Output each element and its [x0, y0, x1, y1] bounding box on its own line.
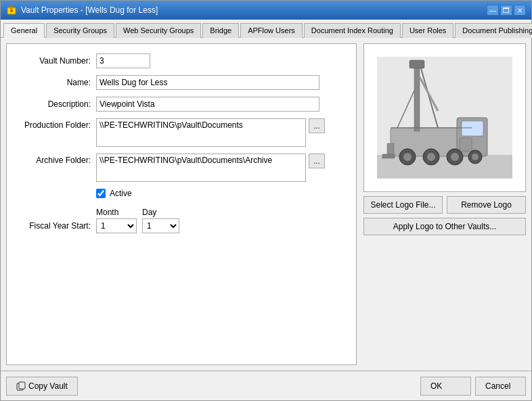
fiscal-year-container: Fiscal Year Start: Month 123456789101112… [16, 208, 347, 233]
title-bar: Vault Properties - [Wells Dug for Less] … [1, 1, 531, 20]
svg-point-10 [403, 153, 412, 161]
description-input[interactable] [96, 97, 319, 112]
tab-document-index-routing[interactable]: Document Index Routing [304, 23, 401, 38]
logo-buttons: Select Logo File... Remove Logo [363, 196, 526, 214]
tab-web-security-groups[interactable]: Web Security Groups [116, 23, 201, 38]
vault-number-label: Vault Number: [16, 56, 91, 66]
apply-logo-button[interactable]: Apply Logo to Other Vaults... [363, 218, 526, 235]
vault-title-icon [6, 5, 17, 16]
cancel-button[interactable]: Cancel [475, 377, 526, 396]
vault-number-row: Vault Number: [16, 53, 347, 68]
svg-rect-17 [414, 64, 420, 131]
active-checkbox[interactable] [96, 189, 106, 198]
archive-folder-row: Archive Folder: ... [16, 154, 347, 182]
svg-rect-24 [382, 154, 395, 158]
production-folder-right: ... [96, 118, 325, 147]
vault-number-input[interactable] [96, 53, 150, 68]
month-label: Month [96, 208, 137, 217]
title-bar-buttons: — 🗖 ✕ [487, 5, 526, 16]
month-select[interactable]: 123456789101112 [96, 218, 137, 233]
remove-logo-button[interactable]: Remove Logo [447, 196, 526, 214]
title-bar-text: Vault Properties - [Wells Dug for Less] [21, 5, 487, 15]
tab-document-publishing[interactable]: Document Publishing [455, 23, 532, 38]
archive-folder-label: Archive Folder: [16, 154, 91, 165]
fiscal-year-label: Fiscal Year Start: [16, 208, 91, 231]
day-label: Day [142, 208, 179, 217]
fiscal-year-selects: Month 123456789101112 Day 12345678910111… [96, 208, 179, 233]
name-input[interactable] [96, 75, 319, 90]
production-folder-row: Production Folder: ... [16, 118, 347, 147]
ok-button[interactable]: OK [420, 377, 471, 396]
tab-bridge[interactable]: Bridge [202, 23, 239, 38]
active-row: Active [96, 189, 347, 198]
archive-folder-browse[interactable]: ... [309, 154, 325, 168]
bottom-bar: Copy Vault OK Cancel [1, 371, 531, 400]
svg-point-12 [427, 153, 435, 161]
tab-apflow-users[interactable]: APFlow Users [240, 23, 303, 38]
content-area: Vault Number: Name: Description: Product… [1, 38, 531, 371]
vault-properties-window: Vault Properties - [Wells Dug for Less] … [0, 0, 532, 401]
logo-section: Select Logo File... Remove Logo Apply Lo… [363, 43, 526, 365]
svg-rect-26 [19, 382, 25, 389]
restore-button[interactable]: 🗖 [500, 5, 512, 16]
logo-box [363, 43, 526, 192]
svg-point-2 [10, 9, 13, 12]
tab-general[interactable]: General [3, 23, 45, 38]
name-label: Name: [16, 78, 91, 87]
day-group: Day 123456789101112131415161718192021222… [142, 208, 179, 233]
svg-rect-4 [377, 155, 512, 179]
select-logo-button[interactable]: Select Logo File... [363, 196, 443, 214]
svg-rect-1 [10, 6, 13, 9]
tab-user-roles[interactable]: User Roles [402, 23, 453, 38]
main-panel: Vault Number: Name: Description: Product… [6, 43, 526, 365]
copy-icon [16, 381, 26, 391]
active-label: Active [110, 189, 132, 198]
tabs-bar: General Security Groups Web Security Gro… [1, 20, 531, 38]
tab-security-groups[interactable]: Security Groups [46, 23, 114, 38]
copy-vault-button[interactable]: Copy Vault [6, 377, 78, 396]
svg-rect-8 [460, 138, 472, 151]
name-row: Name: [16, 75, 347, 90]
description-label: Description: [16, 99, 91, 109]
svg-point-16 [472, 154, 479, 160]
archive-folder-right: ... [96, 154, 325, 182]
close-button[interactable]: ✕ [514, 5, 526, 16]
description-row: Description: [16, 97, 347, 112]
form-section: Vault Number: Name: Description: Product… [6, 43, 357, 365]
svg-rect-7 [462, 121, 483, 136]
month-group: Month 123456789101112 [96, 208, 137, 233]
production-folder-label: Production Folder: [16, 118, 91, 130]
production-folder-input[interactable] [96, 118, 306, 147]
svg-point-14 [451, 153, 459, 161]
minimize-button[interactable]: — [487, 5, 499, 16]
production-folder-browse[interactable]: ... [309, 118, 325, 133]
svg-rect-20 [409, 60, 424, 68]
logo-image [377, 53, 512, 182]
day-select[interactable]: 1234567891011121314151617181920212223242… [142, 218, 179, 233]
archive-folder-input[interactable] [96, 154, 306, 182]
